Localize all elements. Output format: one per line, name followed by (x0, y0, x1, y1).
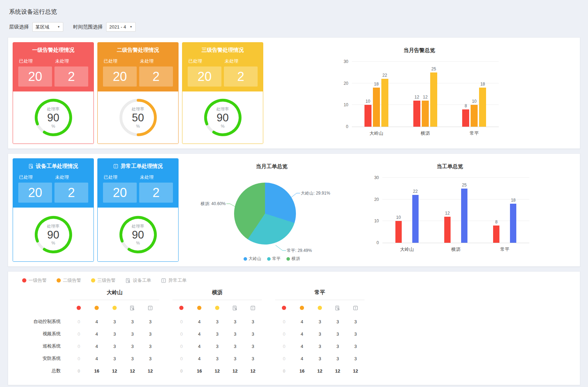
bar-wrap: 25 (430, 62, 437, 127)
card-title-text: 三级告警处理情况 (202, 47, 244, 53)
bar-group: 121225 (401, 62, 450, 127)
chart-title: 当月告警总览 (335, 47, 504, 54)
bar (413, 101, 420, 127)
table-cell: 12 (311, 365, 329, 377)
pie-legend-item[interactable]: 大岭山 (244, 256, 261, 262)
current-workorder-bar-chart: 当工单总览010203010221225818大岭山横沥常平 (366, 158, 534, 262)
unprocessed-stat: 未处理2 (54, 174, 88, 203)
processed-label: 已处理 (104, 58, 137, 64)
bar (471, 105, 478, 127)
level3-alarm-dot-icon (318, 306, 322, 310)
table-cell: 3 (106, 328, 124, 340)
gauge-ring (118, 97, 159, 138)
monthly-workorder-pie-chart: 当月工单总览大岭山: 29.91%常平: 29.49%横沥: 40.60%大岭山… (193, 158, 351, 262)
pie-legend-label: 横沥 (292, 256, 300, 262)
card-header: 二级告警处理情况已处理20未处理2 (98, 43, 178, 91)
bar (395, 221, 402, 243)
processed-stat: 已处理20 (18, 174, 52, 203)
column-icon-cell (329, 305, 347, 311)
processed-value: 20 (103, 183, 137, 203)
bar-wrap: 10 (364, 62, 371, 127)
level3-alarm-dot-icon (112, 306, 117, 310)
table-cell: 3 (347, 353, 364, 365)
table-cell: 3 (329, 328, 347, 340)
table-row: 04333 (173, 328, 262, 340)
alarm-panel: 一级告警处理情况已处理20未处理2处理率90%二级告警处理情况已处理20未处理2… (8, 37, 580, 149)
x-axis-labels: 大岭山横沥常平 (382, 246, 529, 253)
card-title: 一级告警处理情况 (17, 47, 89, 53)
device-workorder-icon (125, 278, 131, 283)
page-title: 系统设备运行总览 (9, 8, 580, 16)
system-row-label: 自动控制系统 (17, 315, 70, 328)
summary-tables: 自动控制系统视频系统巡检系统安防系统总数大岭山04333043330433304… (17, 289, 571, 377)
chevron-down-icon: ▼ (130, 25, 133, 28)
level-select[interactable]: 某区域 ▼ (32, 22, 63, 32)
level3-alarm-dot-icon (91, 278, 95, 283)
table-cell: 3 (226, 328, 244, 340)
legend-label: 异常工单 (168, 277, 187, 284)
chart-title: 当月工单总览 (193, 163, 351, 170)
table-cell: 3 (208, 328, 226, 340)
alarm-card: 一级告警处理情况已处理20未处理2处理率90% (13, 42, 94, 144)
processed-stat: 已处理20 (103, 58, 137, 87)
table-cell: 3 (329, 353, 347, 365)
table-cell: 3 (329, 316, 347, 328)
pie-legend-item[interactable]: 横沥 (286, 256, 300, 262)
unprocessed-value: 2 (224, 66, 258, 87)
pie-legend-item[interactable]: 常平 (267, 256, 281, 262)
pie-chart (234, 183, 296, 245)
bars: 101822 (364, 62, 388, 127)
processing-rate-gauge: 处理率90% (13, 91, 93, 144)
table-cell: 3 (226, 340, 244, 353)
gauge-ring (33, 214, 74, 255)
processed-value: 20 (18, 66, 52, 87)
bar-wrap: 12 (444, 178, 451, 243)
table-cell: 0 (70, 365, 88, 377)
card-title-text: 一级告警处理情况 (32, 47, 75, 53)
table-cell: 3 (244, 353, 262, 365)
y-axis-tick-label: 0 (367, 240, 379, 245)
bar-wrap: 18 (373, 62, 380, 127)
table-cell: 3 (347, 340, 364, 353)
system-row-label: 巡检系统 (17, 340, 70, 352)
legend-item-device-workorder: 设备工单 (125, 277, 151, 284)
pie-legend-label: 常平 (272, 256, 281, 262)
system-row-label: 总数 (17, 364, 70, 377)
table-cell: 12 (106, 365, 124, 377)
bar-value-label: 12 (414, 95, 419, 100)
column-icon-cell (70, 306, 88, 310)
monthly-alarm-bar-chart: 当月告警总览010203010182212122581018大岭山横沥常平 (335, 42, 504, 144)
table-cell: 4 (293, 353, 311, 365)
column-icon-cell (173, 306, 190, 310)
bar-value-label: 8 (495, 220, 498, 224)
table-cell: 3 (208, 316, 226, 328)
chart-title: 当工单总览 (366, 163, 534, 170)
bar-value-label: 10 (396, 215, 401, 220)
unprocessed-stat: 未处理2 (139, 174, 173, 203)
location-name: 常平 (275, 289, 364, 300)
table-row: 04333 (70, 353, 159, 365)
level1-alarm-dot-icon (22, 278, 26, 283)
legend-item-level2-alarm: 二级告警 (57, 277, 81, 284)
bars: 818 (493, 178, 516, 243)
level2-alarm-dot-icon (197, 306, 201, 310)
table-cell: 3 (208, 340, 226, 353)
bar-wrap: 12 (413, 62, 420, 127)
table-cell: 0 (275, 353, 293, 365)
table-cell: 4 (190, 316, 208, 328)
bar-wrap: 10 (471, 62, 478, 127)
unprocessed-label: 未处理 (225, 58, 258, 64)
alarm-card: 二级告警处理情况已处理20未处理2处理率50% (97, 42, 179, 144)
column-icon-cell (141, 305, 159, 311)
card-header: 异常工单处理情况已处理20未处理2 (98, 159, 178, 208)
card-title: 异常工单处理情况 (102, 163, 174, 170)
time-range-select[interactable]: 2021 - 4 ▼ (106, 22, 136, 32)
table-cell: 12 (226, 365, 244, 377)
processed-label: 已处理 (19, 58, 52, 64)
table-cell: 3 (208, 353, 226, 365)
system-row-label: 视频系统 (17, 328, 70, 340)
y-axis-tick-label: 10 (367, 218, 379, 223)
table-row: 04333 (173, 340, 262, 353)
card-header: 一级告警处理情况已处理20未处理2 (13, 43, 93, 91)
table-cell: 12 (141, 365, 159, 377)
